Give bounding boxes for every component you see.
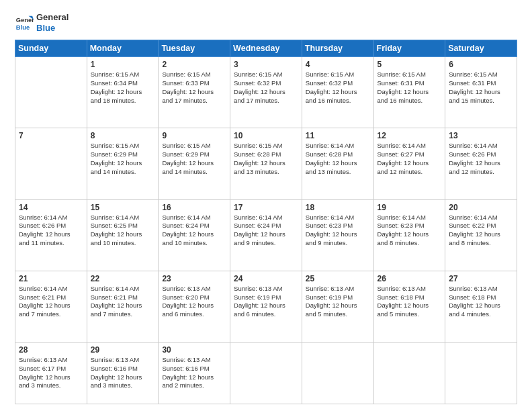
day-info: Sunrise: 6:13 AMSunset: 6:16 PMDaylight:… — [91, 356, 155, 390]
day-info: Sunrise: 6:15 AMSunset: 6:34 PMDaylight:… — [91, 71, 155, 105]
calendar-cell: 17Sunrise: 6:14 AMSunset: 6:24 PMDayligh… — [230, 199, 302, 271]
weekday-header: Friday — [373, 40, 445, 57]
day-info: Sunrise: 6:15 AMSunset: 6:31 PMDaylight:… — [378, 71, 442, 105]
calendar-cell — [230, 342, 302, 404]
day-number: 7 — [19, 131, 83, 140]
day-info: Sunrise: 6:15 AMSunset: 6:33 PMDaylight:… — [162, 71, 226, 105]
calendar-cell — [15, 57, 87, 128]
day-info: Sunrise: 6:13 AMSunset: 6:18 PMDaylight:… — [378, 285, 442, 319]
calendar-cell: 2Sunrise: 6:15 AMSunset: 6:33 PMDaylight… — [159, 57, 230, 128]
calendar-cell: 12Sunrise: 6:14 AMSunset: 6:27 PMDayligh… — [373, 128, 445, 199]
calendar-cell — [373, 342, 445, 404]
calendar-cell: 5Sunrise: 6:15 AMSunset: 6:31 PMDaylight… — [373, 57, 445, 128]
logo-icon: General Blue — [15, 13, 34, 32]
day-info: Sunrise: 6:14 AMSunset: 6:28 PMDaylight:… — [306, 142, 370, 176]
svg-text:General: General — [16, 17, 34, 24]
logo-line2: Blue — [36, 23, 69, 34]
day-number: 9 — [162, 131, 226, 140]
day-number: 18 — [306, 203, 370, 212]
calendar-cell: 22Sunrise: 6:14 AMSunset: 6:21 PMDayligh… — [87, 271, 159, 342]
day-number: 8 — [91, 131, 155, 140]
calendar-cell: 23Sunrise: 6:13 AMSunset: 6:20 PMDayligh… — [159, 271, 230, 342]
day-info: Sunrise: 6:15 AMSunset: 6:29 PMDaylight:… — [91, 142, 155, 176]
day-number: 2 — [162, 60, 226, 69]
day-info: Sunrise: 6:15 AMSunset: 6:31 PMDaylight:… — [449, 71, 513, 105]
calendar-cell — [302, 342, 373, 404]
day-number: 1 — [91, 60, 155, 69]
day-number: 23 — [162, 274, 226, 283]
day-info: Sunrise: 6:14 AMSunset: 6:22 PMDaylight:… — [449, 214, 513, 248]
day-number: 28 — [19, 345, 83, 355]
weekday-header: Sunday — [15, 40, 87, 57]
calendar-cell: 11Sunrise: 6:14 AMSunset: 6:28 PMDayligh… — [302, 128, 373, 199]
day-info: Sunrise: 6:14 AMSunset: 6:21 PMDaylight:… — [91, 285, 155, 319]
calendar-cell: 25Sunrise: 6:13 AMSunset: 6:19 PMDayligh… — [302, 271, 373, 342]
day-info: Sunrise: 6:14 AMSunset: 6:24 PMDaylight:… — [162, 214, 226, 248]
day-number: 10 — [234, 131, 298, 140]
calendar-cell: 30Sunrise: 6:13 AMSunset: 6:16 PMDayligh… — [159, 342, 230, 404]
day-number: 4 — [306, 60, 370, 69]
calendar-cell: 18Sunrise: 6:14 AMSunset: 6:23 PMDayligh… — [302, 199, 373, 271]
day-number: 25 — [306, 274, 370, 283]
day-info: Sunrise: 6:13 AMSunset: 6:19 PMDaylight:… — [234, 285, 298, 319]
day-number: 20 — [449, 203, 513, 212]
calendar-week-row: 21Sunrise: 6:14 AMSunset: 6:21 PMDayligh… — [15, 271, 517, 342]
day-number: 26 — [378, 274, 442, 283]
calendar-cell: 4Sunrise: 6:15 AMSunset: 6:32 PMDaylight… — [302, 57, 373, 128]
day-info: Sunrise: 6:14 AMSunset: 6:23 PMDaylight:… — [306, 214, 370, 248]
day-number: 22 — [91, 274, 155, 283]
logo: General Blue General Blue — [15, 12, 69, 33]
day-number: 14 — [19, 203, 83, 212]
weekday-header: Tuesday — [159, 40, 230, 57]
day-number: 13 — [449, 131, 513, 140]
calendar-cell: 13Sunrise: 6:14 AMSunset: 6:26 PMDayligh… — [445, 128, 517, 199]
calendar-header-row: SundayMondayTuesdayWednesdayThursdayFrid… — [15, 40, 517, 57]
day-number: 11 — [306, 131, 370, 140]
calendar-cell: 26Sunrise: 6:13 AMSunset: 6:18 PMDayligh… — [373, 271, 445, 342]
day-info: Sunrise: 6:14 AMSunset: 6:23 PMDaylight:… — [378, 214, 442, 248]
calendar-cell: 27Sunrise: 6:13 AMSunset: 6:18 PMDayligh… — [445, 271, 517, 342]
day-number: 29 — [91, 345, 155, 355]
day-number: 16 — [162, 203, 226, 212]
calendar-week-row: 14Sunrise: 6:14 AMSunset: 6:26 PMDayligh… — [15, 199, 517, 271]
day-info: Sunrise: 6:15 AMSunset: 6:29 PMDaylight:… — [162, 142, 226, 176]
day-number: 15 — [91, 203, 155, 212]
calendar-week-row: 78Sunrise: 6:15 AMSunset: 6:29 PMDayligh… — [15, 128, 517, 199]
calendar-cell: 21Sunrise: 6:14 AMSunset: 6:21 PMDayligh… — [15, 271, 87, 342]
day-number: 17 — [234, 203, 298, 212]
day-number: 21 — [19, 274, 83, 283]
calendar-cell: 28Sunrise: 6:13 AMSunset: 6:17 PMDayligh… — [15, 342, 87, 404]
day-info: Sunrise: 6:14 AMSunset: 6:26 PMDaylight:… — [449, 142, 513, 176]
day-info: Sunrise: 6:14 AMSunset: 6:26 PMDaylight:… — [19, 214, 83, 248]
day-info: Sunrise: 6:14 AMSunset: 6:21 PMDaylight:… — [19, 285, 83, 319]
day-info: Sunrise: 6:13 AMSunset: 6:19 PMDaylight:… — [306, 285, 370, 319]
calendar-cell: 16Sunrise: 6:14 AMSunset: 6:24 PMDayligh… — [159, 199, 230, 271]
day-info: Sunrise: 6:15 AMSunset: 6:32 PMDaylight:… — [306, 71, 370, 105]
calendar-cell: 1Sunrise: 6:15 AMSunset: 6:34 PMDaylight… — [87, 57, 159, 128]
day-info: Sunrise: 6:14 AMSunset: 6:27 PMDaylight:… — [378, 142, 442, 176]
day-info: Sunrise: 6:14 AMSunset: 6:25 PMDaylight:… — [91, 214, 155, 248]
calendar-cell: 20Sunrise: 6:14 AMSunset: 6:22 PMDayligh… — [445, 199, 517, 271]
calendar-cell: 19Sunrise: 6:14 AMSunset: 6:23 PMDayligh… — [373, 199, 445, 271]
calendar-cell: 24Sunrise: 6:13 AMSunset: 6:19 PMDayligh… — [230, 271, 302, 342]
header: General Blue General Blue — [15, 12, 517, 33]
day-number: 12 — [378, 131, 442, 140]
calendar-cell: 15Sunrise: 6:14 AMSunset: 6:25 PMDayligh… — [87, 199, 159, 271]
svg-text:Blue: Blue — [16, 24, 30, 31]
weekday-header: Wednesday — [230, 40, 302, 57]
day-info: Sunrise: 6:13 AMSunset: 6:16 PMDaylight:… — [162, 356, 226, 390]
day-number: 27 — [449, 274, 513, 283]
calendar-cell: 14Sunrise: 6:14 AMSunset: 6:26 PMDayligh… — [15, 199, 87, 271]
calendar-week-row: 28Sunrise: 6:13 AMSunset: 6:17 PMDayligh… — [15, 342, 517, 404]
day-info: Sunrise: 6:13 AMSunset: 6:18 PMDaylight:… — [449, 285, 513, 319]
day-number: 30 — [162, 345, 226, 355]
weekday-header: Monday — [87, 40, 159, 57]
calendar-cell: 9Sunrise: 6:15 AMSunset: 6:29 PMDaylight… — [159, 128, 230, 199]
day-number: 3 — [234, 60, 298, 69]
weekday-header: Thursday — [302, 40, 373, 57]
calendar-cell: 6Sunrise: 6:15 AMSunset: 6:31 PMDaylight… — [445, 57, 517, 128]
day-number: 5 — [378, 60, 442, 69]
day-info: Sunrise: 6:15 AMSunset: 6:32 PMDaylight:… — [234, 71, 298, 105]
day-info: Sunrise: 6:14 AMSunset: 6:24 PMDaylight:… — [234, 214, 298, 248]
calendar-cell: 10Sunrise: 6:15 AMSunset: 6:28 PMDayligh… — [230, 128, 302, 199]
